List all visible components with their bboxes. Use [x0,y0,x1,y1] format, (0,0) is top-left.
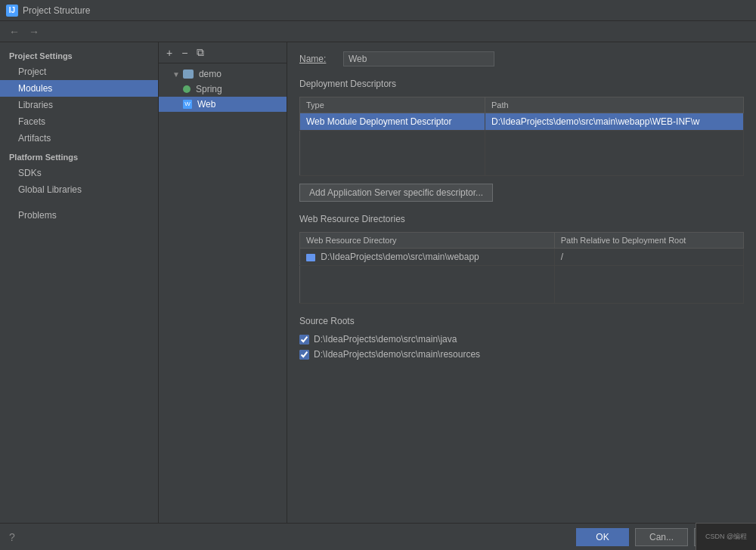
sidebar: Project Settings Project Modules Librari… [0,42,159,523]
source-root-item-0[interactable]: D:\IdeaProjects\demo\src\main\java [299,334,744,345]
sidebar-item-facets[interactable]: Facets [0,113,158,130]
col-path-relative: Path Relative to Deployment Root [554,233,743,249]
deployment-descriptors-table: Type Path Web Module Deployment Descript… [299,97,744,176]
deployment-descriptors-section: Deployment Descriptors Type Path Web Mod… [299,79,744,202]
table-row-empty [300,131,744,176]
name-row: Name: [299,51,744,66]
title-bar: IJ Project Structure [0,0,756,21]
add-server-descriptor-button[interactable]: Add Application Server specific descript… [299,184,493,202]
deployment-descriptors-title: Deployment Descriptors [299,79,744,89]
source-root-checkbox-1[interactable] [299,350,309,360]
sidebar-item-modules[interactable]: Modules [0,80,158,97]
web-resource-directories-title: Web Resource Directories [299,214,744,224]
sidebar-item-global-libraries[interactable]: Global Libraries [0,181,158,198]
tree-content: ▼ demo Spring W Web [159,63,287,523]
watermark: CSDN @编程 [696,523,756,550]
ok-button[interactable]: OK [576,528,629,546]
app-icon: IJ [6,5,18,17]
detail-panel: Name: Deployment Descriptors Type Path W… [287,42,756,523]
tree-copy-button[interactable]: ⧉ [194,45,207,60]
name-input[interactable] [343,51,494,66]
cell-type: Web Module Deployment Descriptor [300,113,485,131]
table-row-empty [300,266,744,304]
help-icon[interactable]: ? [9,531,15,543]
sidebar-item-problems[interactable]: Problems [0,207,158,224]
col-web-resource-dir: Web Resource Directory [300,233,555,249]
back-button[interactable]: ← [6,24,23,39]
tree-panel: + − ⧉ ▼ demo Spring W Web [159,42,287,523]
spring-icon [183,85,191,93]
bottom-bar: ? OK Can... Apply [0,523,756,550]
tree-arrow-demo: ▼ [172,70,180,79]
tree-node-demo[interactable]: ▼ demo [159,66,287,82]
sidebar-item-sdks[interactable]: SDKs [0,165,158,181]
project-settings-label: Project Settings [0,45,158,63]
cancel-button[interactable]: Can... [635,528,688,546]
demo-folder-icon [183,70,194,79]
source-roots-section: Source Roots D:\IdeaProjects\demo\src\ma… [299,316,744,360]
main-content: Project Settings Project Modules Librari… [0,42,756,523]
cell-directory: D:\IdeaProjects\demo\src\main\webapp [300,249,555,266]
tree-node-web[interactable]: W Web [159,97,287,112]
source-root-item-1[interactable]: D:\IdeaProjects\demo\src\main\resources [299,349,744,360]
col-type: Type [300,97,485,113]
source-root-checkbox-0[interactable] [299,335,309,345]
dir-icon [306,254,315,261]
tree-toolbar: + − ⧉ [159,42,287,63]
platform-settings-label: Platform Settings [0,147,158,165]
cell-path-relative: / [554,249,743,266]
sidebar-item-project[interactable]: Project [0,63,158,80]
window-title: Project Structure [23,5,90,16]
nav-bar: ← → [0,21,756,42]
web-resource-directories-section: Web Resource Directories Web Resource Di… [299,214,744,304]
source-roots-title: Source Roots [299,316,744,326]
table-row[interactable]: D:\IdeaProjects\demo\src\main\webapp / [300,249,744,266]
col-path: Path [485,97,744,113]
tree-remove-button[interactable]: − [178,45,191,60]
web-resource-directories-table: Web Resource Directory Path Relative to … [299,232,744,304]
tree-node-spring[interactable]: Spring [159,82,287,97]
sidebar-item-libraries[interactable]: Libraries [0,97,158,113]
table-row[interactable]: Web Module Deployment Descriptor D:\Idea… [300,113,744,131]
name-label: Name: [299,54,337,64]
tree-add-button[interactable]: + [163,45,175,60]
cell-path: D:\IdeaProjects\demo\src\main\webapp\WEB… [485,113,744,131]
web-icon: W [183,100,192,109]
forward-button[interactable]: → [26,24,42,39]
sidebar-item-artifacts[interactable]: Artifacts [0,130,158,147]
